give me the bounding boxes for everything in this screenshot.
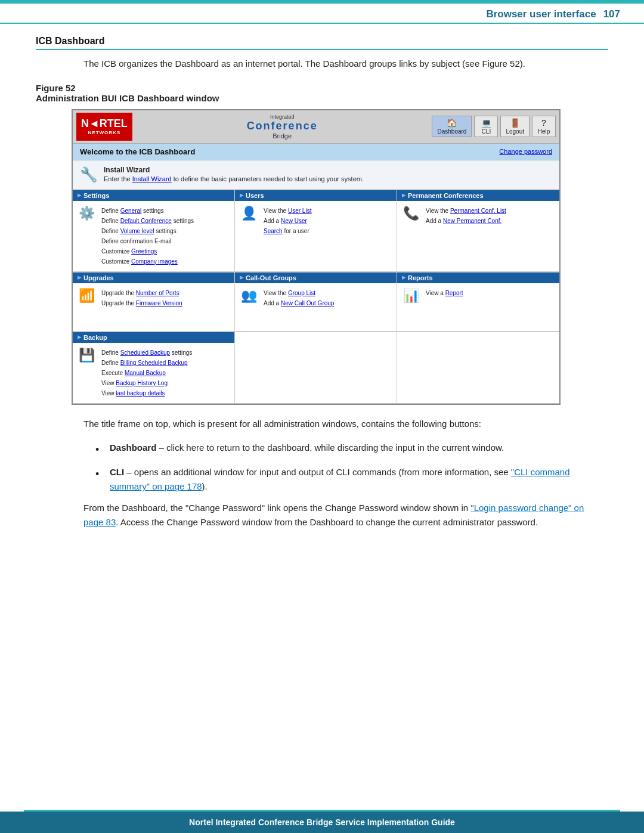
upgrades-body: 📶 Upgrade the Number of Ports Upgrade th… bbox=[73, 283, 234, 331]
group-list-link[interactable]: Group List bbox=[288, 290, 315, 296]
reports-body: 📊 View a Report bbox=[397, 283, 559, 331]
brand-conference: Conference bbox=[247, 120, 318, 132]
backup-body: 💾 Define Scheduled Backup settings Defin… bbox=[73, 343, 234, 403]
nav-dashboard-label: Dashboard bbox=[437, 128, 466, 135]
bullet-item-1: • Dashboard – click here to return to th… bbox=[95, 441, 584, 459]
bullet-item-2: • CLI – opens an additional window for i… bbox=[95, 465, 584, 494]
icb-body-text: The ICB organizes the Dashboard as an in… bbox=[83, 58, 525, 69]
welcome-text: Welcome to the ICB Dashboard bbox=[80, 147, 195, 156]
callout-body: 👥 View the Group List Add a New Call Out… bbox=[235, 283, 397, 331]
page-header: Browser user interface 107 bbox=[0, 4, 644, 24]
volume-link[interactable]: Volume level bbox=[120, 228, 154, 234]
search-user-link[interactable]: Search bbox=[264, 228, 283, 234]
dash-nav-buttons: 🏠 Dashboard 💻 CLI 🚪 Logout ? Help bbox=[432, 113, 556, 141]
header-page: 107 bbox=[603, 8, 620, 20]
new-perm-conf-link[interactable]: New Permanent Conf. bbox=[443, 218, 501, 224]
backup-label: Backup bbox=[83, 334, 107, 341]
settings-icon: ⚙️ bbox=[79, 206, 97, 221]
backup-links: Define Scheduled Backup settings Define … bbox=[101, 348, 192, 398]
brand-bridge: Bridge bbox=[273, 132, 292, 140]
nav-logout-btn[interactable]: 🚪 Logout bbox=[500, 116, 530, 137]
bullet-dot-1: • bbox=[95, 441, 107, 459]
callout-icon: 👥 bbox=[241, 288, 259, 304]
perm-conf-section: Permanent Conferences 📞 View the Permane… bbox=[397, 190, 559, 272]
greetings-link[interactable]: Greetings bbox=[131, 248, 157, 255]
last-backup-link[interactable]: last backup details bbox=[116, 390, 165, 397]
figure-title: Administration BUI ICB Dashboard window bbox=[36, 93, 219, 103]
brand-integrated: Integrated bbox=[270, 114, 295, 120]
bullet1-body: – click here to return to the dashboard,… bbox=[156, 442, 504, 453]
main-content: ICB Dashboard The ICB organizes the Dash… bbox=[0, 24, 644, 551]
welcome-bar: Welcome to the ICB Dashboard Change pass… bbox=[73, 144, 559, 160]
icb-body: The ICB organizes the Dashboard as an in… bbox=[36, 57, 608, 71]
dashboard-icon: 🏠 bbox=[447, 118, 457, 128]
dashboard-window: N◄RTEL NETWORKS Integrated Conference Br… bbox=[72, 109, 561, 405]
perm-conf-list-link[interactable]: Permanent Conf. List bbox=[450, 208, 506, 214]
reports-label: Reports bbox=[408, 274, 433, 281]
perm-conf-body: 📞 View the Permanent Conf. List Add a Ne… bbox=[397, 201, 559, 249]
general-settings-link[interactable]: General bbox=[120, 208, 142, 214]
header-title: Browser user interface bbox=[486, 8, 596, 20]
dash-brand: Integrated Conference Bridge bbox=[241, 113, 324, 141]
install-wizard-link[interactable]: Install Wizard bbox=[132, 175, 172, 182]
callout-section: Call-Out Groups 👥 View the Group List Ad… bbox=[235, 272, 397, 332]
new-user-link[interactable]: New User bbox=[281, 218, 307, 224]
page-footer: Nortel Integrated Conference Bridge Serv… bbox=[0, 810, 644, 833]
wizard-title: Install Wizard bbox=[104, 166, 150, 174]
wizard-text: Install Wizard Enter the Install Wizard … bbox=[104, 165, 364, 184]
backup-header: Backup bbox=[73, 332, 234, 343]
users-label: Users bbox=[246, 192, 264, 199]
header-right: Browser user interface 107 bbox=[486, 8, 620, 20]
figure-label: Figure 52 bbox=[36, 83, 76, 93]
upgrades-section: Upgrades 📶 Upgrade the Number of Ports U… bbox=[73, 272, 235, 332]
change-password-link[interactable]: Change password bbox=[499, 148, 552, 155]
logout-icon: 🚪 bbox=[510, 118, 520, 128]
nortel-networks: NETWORKS bbox=[88, 130, 121, 135]
billing-backup-link[interactable]: Billing Scheduled Backup bbox=[120, 360, 188, 366]
num-ports-link[interactable]: Number of Ports bbox=[136, 290, 179, 296]
dashboard-term: Dashboard bbox=[110, 442, 156, 453]
user-list-link[interactable]: User List bbox=[288, 208, 311, 214]
figure-caption: Figure 52 Administration BUI ICB Dashboa… bbox=[36, 83, 608, 103]
users-body: 👤 View the User List Add a New User Sear… bbox=[235, 201, 397, 249]
reports-links: View a Report bbox=[426, 288, 463, 298]
report-link[interactable]: Report bbox=[445, 290, 463, 296]
settings-links: Define General settings Define Default C… bbox=[101, 206, 194, 267]
dash-grid-backup: Backup 💾 Define Scheduled Backup setting… bbox=[73, 332, 559, 404]
wizard-icon: 🔧 bbox=[80, 166, 98, 183]
dash-grid-row1: Settings ⚙️ Define General settings Defi… bbox=[73, 190, 559, 272]
body-para1: The title frame on top, which is present… bbox=[36, 417, 608, 431]
settings-label: Settings bbox=[83, 192, 109, 199]
cli-term: CLI bbox=[110, 467, 124, 477]
nav-cli-btn[interactable]: 💻 CLI bbox=[474, 116, 498, 137]
manual-backup-link[interactable]: Manual Backup bbox=[125, 370, 166, 376]
new-callout-link[interactable]: New Call Out Group bbox=[281, 300, 334, 306]
reports-section: Reports 📊 View a Report bbox=[397, 272, 559, 332]
callout-links: View the Group List Add a New Call Out G… bbox=[264, 288, 334, 308]
nav-logout-label: Logout bbox=[506, 128, 524, 135]
bullet-text-2: CLI – opens an additional window for inp… bbox=[110, 465, 584, 494]
firmware-link[interactable]: Firmware Version bbox=[136, 300, 182, 306]
dash-grid-row2: Upgrades 📶 Upgrade the Number of Ports U… bbox=[73, 272, 559, 332]
settings-section: Settings ⚙️ Define General settings Defi… bbox=[73, 190, 235, 272]
body-para2: From the Dashboard, the "Change Password… bbox=[36, 501, 608, 529]
bullet-dot-2: • bbox=[95, 466, 107, 483]
users-links: View the User List Add a New User Search… bbox=[264, 206, 311, 236]
perm-conf-header: Permanent Conferences bbox=[397, 190, 559, 201]
cli-icon: 💻 bbox=[481, 118, 491, 128]
scheduled-backup-link[interactable]: Scheduled Backup bbox=[120, 349, 170, 356]
nav-help-btn[interactable]: ? Help bbox=[532, 116, 556, 137]
reports-header: Reports bbox=[397, 272, 559, 283]
backup-history-link[interactable]: Backup History Log bbox=[116, 380, 168, 386]
settings-body: ⚙️ Define General settings Define Defaul… bbox=[73, 201, 234, 271]
company-images-link[interactable]: Company images bbox=[131, 258, 178, 265]
bullet-text-1: Dashboard – click here to return to the … bbox=[110, 441, 584, 455]
footer-text: Nortel Integrated Conference Bridge Serv… bbox=[0, 812, 644, 833]
nav-cli-label: CLI bbox=[482, 128, 491, 135]
nortel-letter: N◄RTEL bbox=[81, 117, 128, 130]
para2-end: . Access the Change Password window from… bbox=[116, 517, 538, 527]
default-conf-link[interactable]: Default Conference bbox=[120, 218, 172, 224]
nortel-logo: N◄RTEL NETWORKS bbox=[76, 113, 132, 141]
nav-dashboard-btn[interactable]: 🏠 Dashboard bbox=[432, 116, 472, 137]
perm-conf-links: View the Permanent Conf. List Add a New … bbox=[426, 206, 506, 226]
